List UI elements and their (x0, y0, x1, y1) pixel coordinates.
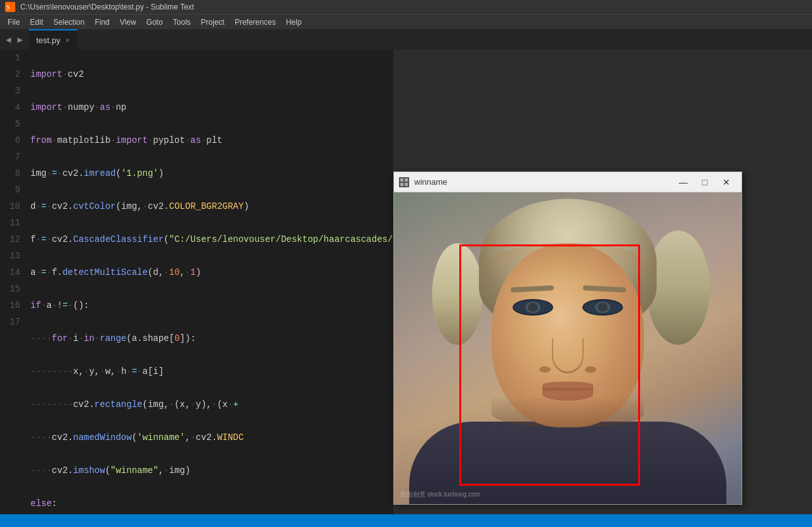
editor-panel: 1 2 3 4 5 6 7 8 9 10 11 12 13 14 15 16 1 (0, 50, 393, 527)
svg-rect-6 (405, 183, 408, 186)
right-eyebrow (583, 285, 626, 293)
menu-selection[interactable]: Selection (48, 17, 89, 28)
menu-file[interactable]: File (3, 17, 25, 28)
menu-find[interactable]: Find (89, 17, 114, 28)
cv-window-controls: — □ ✕ (673, 175, 737, 190)
cv-image-content: 图虫创意 stock.tuchong.com (394, 192, 742, 504)
cv-minimize-button[interactable]: — (673, 175, 693, 190)
right-eye-reflection (595, 302, 610, 313)
menu-preferences[interactable]: Preferences (230, 17, 281, 28)
code-line-7: a·=·f.detectMultiScale(d,·10,·1) (30, 264, 393, 281)
left-eye (514, 300, 552, 314)
tab-testpy[interactable]: test.py × (29, 29, 77, 50)
cv-title-left: winname (399, 177, 447, 187)
nav-arrows: ◀ ▶ (0, 33, 29, 46)
code-line-13: ····cv2.imshow("winname",·img) (30, 462, 393, 479)
title-bar: S C:\Users\lenovouser\Desktop\test.py - … (0, 0, 812, 14)
menu-goto[interactable]: Goto (141, 17, 168, 28)
left-nostril (539, 366, 551, 373)
cv-maximize-button[interactable]: □ (695, 175, 715, 190)
tab-close-button[interactable]: × (65, 36, 69, 44)
code-line-9: ····for·i·in·range(a.shape[0]): (30, 330, 393, 347)
svg-text:S: S (6, 4, 10, 11)
code-line-2: import·numpy·as·np (30, 99, 393, 116)
menu-view[interactable]: View (115, 17, 141, 28)
title-text: C:\Users\lenovouser\Desktop\test.py - Su… (20, 3, 194, 11)
cv-window-icon (399, 177, 409, 187)
code-content[interactable]: import·cv2 import·numpy·as·np from·matpl… (27, 50, 393, 514)
code-line-10: ········x,·y,·w,·h·=·a[i] (30, 363, 393, 380)
app-icon: S (5, 2, 15, 12)
cv-title-text: winname (414, 177, 447, 187)
code-editor[interactable]: 1 2 3 4 5 6 7 8 9 10 11 12 13 14 15 16 1 (0, 50, 393, 514)
cv-window[interactable]: winname — □ ✕ (393, 171, 742, 505)
status-bar (0, 514, 812, 527)
forehead-shadow (492, 243, 644, 281)
code-line-11: ········cv2.rectangle(img,·(x,·y),·(x·+ (30, 396, 393, 413)
code-line-6: f·=·cv2.CascadeClassifier("C:/Users/leno… (30, 231, 393, 248)
code-line-4: img·=·cv2.imread('1.png') (30, 165, 393, 182)
menu-edit[interactable]: Edit (25, 17, 48, 28)
nose (552, 338, 584, 373)
tab-bar: ◀ ▶ test.py × (0, 29, 812, 50)
code-line-8: if·a·!=·(): (30, 297, 393, 314)
hair-left (432, 243, 483, 345)
face-oval (492, 243, 644, 427)
svg-rect-4 (405, 178, 408, 182)
cv-title-bar: winname — □ ✕ (394, 172, 742, 192)
chin-shadow (492, 396, 644, 427)
right-eye (584, 300, 622, 314)
left-eyebrow (511, 285, 554, 293)
tab-label: test.py (36, 36, 60, 45)
menu-bar: File Edit Selection Find View Goto Tools… (0, 14, 812, 29)
menu-project[interactable]: Project (196, 17, 230, 28)
line-numbers: 1 2 3 4 5 6 7 8 9 10 11 12 13 14 15 16 1 (0, 50, 27, 514)
left-eye-reflection (525, 302, 540, 313)
svg-rect-3 (400, 178, 403, 182)
image-watermark: 图虫创意 stock.tuchong.com (400, 490, 480, 499)
cv-close-button[interactable]: ✕ (716, 175, 737, 190)
menu-tools[interactable]: Tools (168, 17, 196, 28)
menu-help[interactable]: Help (281, 17, 307, 28)
code-line-3: from·matplotlib·import·pyplot·as·plt (30, 132, 393, 149)
code-line-1: import·cv2 (30, 66, 393, 83)
code-line-14: else: (30, 495, 393, 512)
code-line-5: d·=·cv2.cvtColor(img,·cv2.COLOR_BGR2GRAY… (30, 198, 393, 215)
svg-rect-5 (400, 183, 403, 186)
nav-prev[interactable]: ◀ (4, 33, 13, 46)
nav-next[interactable]: ▶ (15, 33, 24, 46)
code-line-12: ····cv2.namedWindow('winname',·cv2.WINDC (30, 429, 393, 446)
right-nostril (585, 366, 596, 373)
